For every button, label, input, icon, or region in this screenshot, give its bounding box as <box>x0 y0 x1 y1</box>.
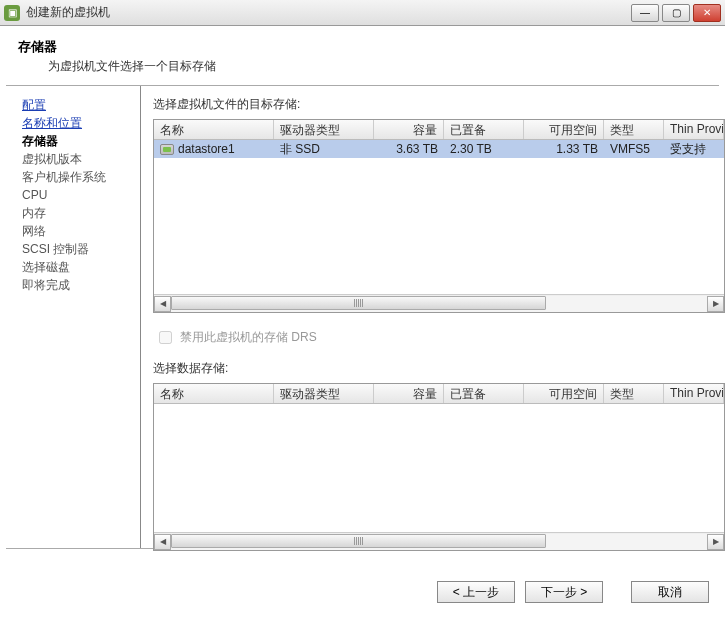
table-body-2 <box>154 404 724 532</box>
col2-provisioned[interactable]: 已置备 <box>444 384 524 403</box>
select-datastore-label: 选择数据存储: <box>153 360 725 377</box>
col2-free[interactable]: 可用空间 <box>524 384 604 403</box>
col-type[interactable]: 类型 <box>604 120 664 139</box>
cell-drive-type: 非 SSD <box>274 140 374 159</box>
scroll-right-icon[interactable]: ▶ <box>707 296 724 312</box>
cancel-button[interactable]: 取消 <box>631 581 709 603</box>
page-title: 存储器 <box>18 38 707 56</box>
datastore-icon <box>160 144 174 155</box>
table-header-2: 名称 驱动器类型 容量 已置备 可用空间 类型 Thin Provi <box>154 384 724 404</box>
maximize-button[interactable]: ▢ <box>662 4 690 22</box>
wizard-steps-sidebar: 配置 名称和位置 存储器 虚拟机版本 客户机操作系统 CPU 内存 网络 SCS… <box>0 86 141 548</box>
col-provisioned[interactable]: 已置备 <box>444 120 524 139</box>
storage-table: 名称 驱动器类型 容量 已置备 可用空间 类型 Thin Provi datas… <box>153 119 725 313</box>
window-controls: — ▢ ✕ <box>631 4 721 22</box>
minimize-button[interactable]: — <box>631 4 659 22</box>
sidebar-item-select-disk: 选择磁盘 <box>22 258 134 276</box>
disable-drs-label: 禁用此虚拟机的存储 DRS <box>180 329 317 346</box>
scroll-thumb[interactable] <box>171 296 546 310</box>
h-scrollbar-2[interactable]: ◀ ▶ <box>154 532 724 550</box>
sidebar-item-name-location[interactable]: 名称和位置 <box>22 114 134 132</box>
col-capacity[interactable]: 容量 <box>374 120 444 139</box>
col2-type[interactable]: 类型 <box>604 384 664 403</box>
disable-drs-checkbox <box>159 331 172 344</box>
app-icon: ▣ <box>4 5 20 21</box>
window-title: 创建新的虚拟机 <box>26 4 631 21</box>
col-drive-type[interactable]: 驱动器类型 <box>274 120 374 139</box>
col2-name[interactable]: 名称 <box>154 384 274 403</box>
sidebar-item-storage: 存储器 <box>22 132 134 150</box>
sidebar-item-cpu: CPU <box>22 186 134 204</box>
sidebar-item-config[interactable]: 配置 <box>22 96 134 114</box>
page-subtitle: 为虚拟机文件选择一个目标存储 <box>48 58 707 75</box>
scroll-track[interactable] <box>171 534 707 550</box>
table-row[interactable]: datastore1 非 SSD 3.63 TB 2.30 TB 1.33 TB… <box>154 140 724 158</box>
sidebar-item-guest-os: 客户机操作系统 <box>22 168 134 186</box>
target-storage-label: 选择虚拟机文件的目标存储: <box>153 96 725 113</box>
sidebar-item-complete: 即将完成 <box>22 276 134 294</box>
cell-free: 1.33 TB <box>524 141 604 157</box>
cell-provisioned: 2.30 TB <box>444 141 524 157</box>
sidebar-item-vm-version: 虚拟机版本 <box>22 150 134 168</box>
col-free[interactable]: 可用空间 <box>524 120 604 139</box>
col2-thin[interactable]: Thin Provi <box>664 384 724 403</box>
scroll-left-icon[interactable]: ◀ <box>154 534 171 550</box>
cell-type: VMFS5 <box>604 141 664 157</box>
sidebar-item-memory: 内存 <box>22 204 134 222</box>
table-body: datastore1 非 SSD 3.63 TB 2.30 TB 1.33 TB… <box>154 140 724 294</box>
scroll-right-icon[interactable]: ▶ <box>707 534 724 550</box>
col2-drive-type[interactable]: 驱动器类型 <box>274 384 374 403</box>
col-name[interactable]: 名称 <box>154 120 274 139</box>
cell-capacity: 3.63 TB <box>374 141 444 157</box>
close-button[interactable]: ✕ <box>693 4 721 22</box>
wizard-footer: < 上一步 下一步 > 取消 <box>437 581 709 603</box>
titlebar: ▣ 创建新的虚拟机 — ▢ ✕ <box>0 0 725 26</box>
main-panel: 选择虚拟机文件的目标存储: 名称 驱动器类型 容量 已置备 可用空间 类型 Th… <box>141 86 725 548</box>
disable-drs-row: 禁用此虚拟机的存储 DRS <box>159 329 725 346</box>
col-thin[interactable]: Thin Provi <box>664 120 724 139</box>
datastore-table: 名称 驱动器类型 容量 已置备 可用空间 类型 Thin Provi ◀ ▶ <box>153 383 725 551</box>
scroll-left-icon[interactable]: ◀ <box>154 296 171 312</box>
cell-thin: 受支持 <box>664 140 724 159</box>
table-header: 名称 驱动器类型 容量 已置备 可用空间 类型 Thin Provi <box>154 120 724 140</box>
wizard-header: 存储器 为虚拟机文件选择一个目标存储 <box>0 26 725 85</box>
cell-name: datastore1 <box>154 141 274 157</box>
next-button[interactable]: 下一步 > <box>525 581 603 603</box>
col2-capacity[interactable]: 容量 <box>374 384 444 403</box>
scroll-thumb[interactable] <box>171 534 546 548</box>
sidebar-item-network: 网络 <box>22 222 134 240</box>
sidebar-item-scsi: SCSI 控制器 <box>22 240 134 258</box>
back-button[interactable]: < 上一步 <box>437 581 515 603</box>
h-scrollbar[interactable]: ◀ ▶ <box>154 294 724 312</box>
scroll-track[interactable] <box>171 296 707 312</box>
